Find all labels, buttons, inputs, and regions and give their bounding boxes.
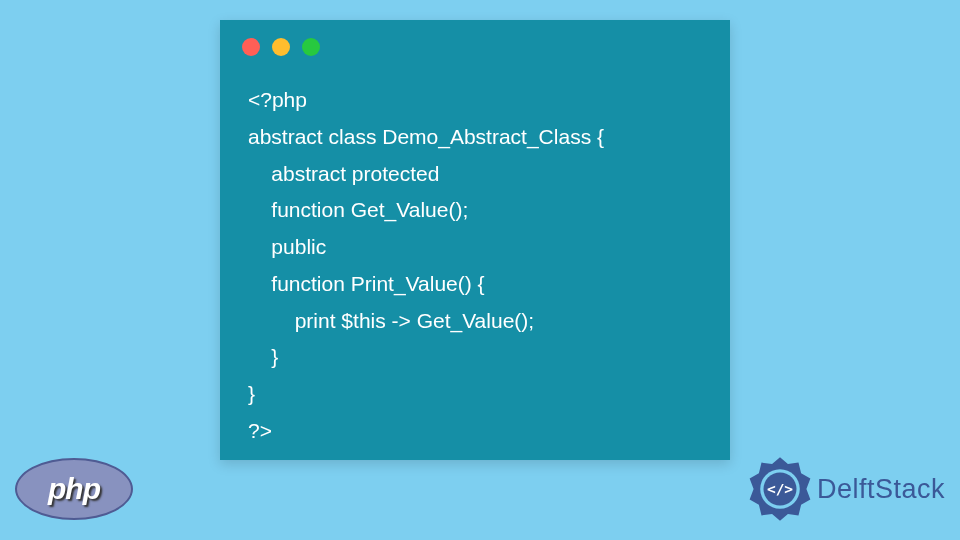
delftstack-gear-icon: </> (747, 456, 813, 522)
window-dot-maximize-icon (302, 38, 320, 56)
delftstack-logo: </> DelftStack (747, 456, 945, 522)
window-dot-close-icon (242, 38, 260, 56)
delftstack-icon-inner: </> (767, 481, 793, 497)
code-content: <?php abstract class Demo_Abstract_Class… (220, 64, 730, 468)
php-logo-ellipse: php (15, 458, 133, 520)
delftstack-logo-text: DelftStack (817, 474, 945, 505)
code-window: <?php abstract class Demo_Abstract_Class… (220, 20, 730, 460)
window-controls (220, 20, 730, 64)
php-logo: php (15, 458, 133, 520)
window-dot-minimize-icon (272, 38, 290, 56)
php-logo-text: php (48, 472, 100, 506)
